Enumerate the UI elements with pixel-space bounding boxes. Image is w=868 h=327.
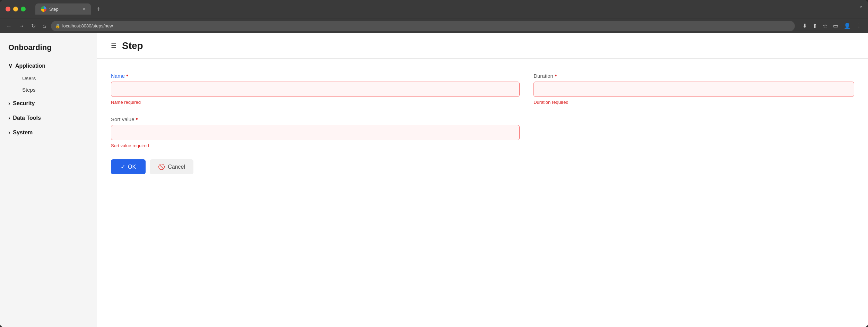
name-required-dot: • [126, 73, 128, 79]
share-button[interactable]: ⬆ [810, 21, 819, 31]
back-button[interactable]: ← [4, 22, 14, 31]
tab-bar: Step × + [35, 3, 855, 15]
browser-toolbar: ← → ↻ ⌂ 🔒 localhost:8080/steps/new ⬇ ⬆ ☆… [0, 18, 868, 33]
sort-input[interactable] [111, 125, 520, 140]
duration-label: Duration • [533, 73, 854, 79]
window-chevron: ˅ [859, 5, 862, 13]
chevron-down-icon: ∨ [8, 62, 12, 69]
form-area: Name • Name required Duration • Duration… [97, 59, 868, 188]
sort-error-message: Sort value required [111, 143, 520, 148]
chevron-right-icon: › [8, 100, 10, 107]
name-error-message: Name required [111, 100, 520, 105]
form-row-sort: Sort value • Sort value required [111, 116, 854, 148]
checkmark-icon: ✓ [121, 164, 125, 170]
form-group-duration: Duration • Duration required [533, 73, 854, 105]
sidebar-section-header-data-tools[interactable]: › Data Tools [0, 111, 97, 125]
toolbar-actions: ⬇ ⬆ ☆ ▭ 👤 ⋮ [800, 21, 864, 31]
hamburger-icon[interactable]: ☰ [111, 42, 116, 50]
close-traffic-light[interactable] [6, 7, 10, 11]
duration-error-message: Duration required [533, 100, 854, 105]
sidebar-item-steps[interactable]: Steps [14, 84, 97, 95]
url-text: localhost:8080/steps/new [62, 23, 113, 28]
duration-input[interactable] [533, 82, 854, 97]
form-row-name-duration: Name • Name required Duration • Duration… [111, 73, 854, 105]
minimize-traffic-light[interactable] [13, 7, 18, 11]
reload-button[interactable]: ↻ [29, 21, 38, 31]
star-button[interactable]: ☆ [821, 21, 830, 31]
name-input[interactable] [111, 82, 520, 97]
sidebar-section-header-system[interactable]: › System [0, 126, 97, 139]
cancel-icon: 🚫 [158, 164, 165, 170]
main-content: ☰ Step Name • Name required [97, 33, 868, 327]
sort-required-dot: • [136, 116, 138, 122]
browser-titlebar: Step × + ˅ [0, 0, 868, 18]
sort-label: Sort value • [111, 116, 520, 122]
sidebar: Onboarding ∨ Application Users Steps › S… [0, 33, 97, 327]
sidebar-section-label-system: System [13, 129, 33, 136]
duration-required-dot: • [555, 73, 557, 79]
form-actions: ✓ OK 🚫 Cancel [111, 159, 854, 174]
chevron-right-icon: › [8, 115, 10, 121]
address-bar[interactable]: 🔒 localhost:8080/steps/new [51, 21, 795, 31]
download-button[interactable]: ⬇ [800, 21, 809, 31]
sidebar-section-items-application: Users Steps [0, 73, 97, 95]
sidebar-section-system: › System [0, 126, 97, 139]
sidebar-title: Onboarding [0, 40, 97, 59]
maximize-traffic-light[interactable] [21, 7, 26, 11]
sidebar-section-label-application: Application [15, 63, 45, 69]
sidebar-section-header-application[interactable]: ∨ Application [0, 59, 97, 73]
sidebar-section-header-security[interactable]: › Security [0, 97, 97, 110]
sidebar-item-users[interactable]: Users [14, 73, 97, 84]
tab-close-button[interactable]: × [83, 6, 85, 12]
sidebar-section-label-security: Security [13, 100, 35, 107]
home-button[interactable]: ⌂ [41, 22, 48, 31]
sidebar-section-application: ∨ Application Users Steps [0, 59, 97, 95]
browser-window: Step × + ˅ ← → ↻ ⌂ 🔒 localhost:8080/step… [0, 0, 868, 327]
lock-icon: 🔒 [55, 24, 60, 28]
app-container: Onboarding ∨ Application Users Steps › S… [0, 33, 868, 327]
new-tab-button[interactable]: + [94, 4, 103, 15]
sidebar-section-security: › Security [0, 97, 97, 110]
tab-favicon [41, 6, 46, 12]
page-title: Step [122, 40, 143, 51]
ok-button[interactable]: ✓ OK [111, 159, 146, 174]
form-group-name: Name • Name required [111, 73, 520, 105]
menu-button[interactable]: ⋮ [854, 21, 864, 31]
sidebar-button[interactable]: ▭ [831, 21, 840, 31]
forward-button[interactable]: → [17, 22, 26, 31]
form-group-sort: Sort value • Sort value required [111, 116, 520, 148]
tab-title: Step [49, 7, 59, 12]
profile-button[interactable]: 👤 [842, 21, 853, 31]
sidebar-section-data-tools: › Data Tools [0, 111, 97, 125]
chevron-right-icon: › [8, 129, 10, 136]
name-label: Name • [111, 73, 520, 79]
traffic-lights [6, 7, 26, 11]
main-header: ☰ Step [97, 33, 868, 59]
active-tab[interactable]: Step × [35, 3, 91, 15]
sidebar-section-label-data-tools: Data Tools [13, 115, 41, 121]
cancel-button[interactable]: 🚫 Cancel [150, 159, 193, 174]
